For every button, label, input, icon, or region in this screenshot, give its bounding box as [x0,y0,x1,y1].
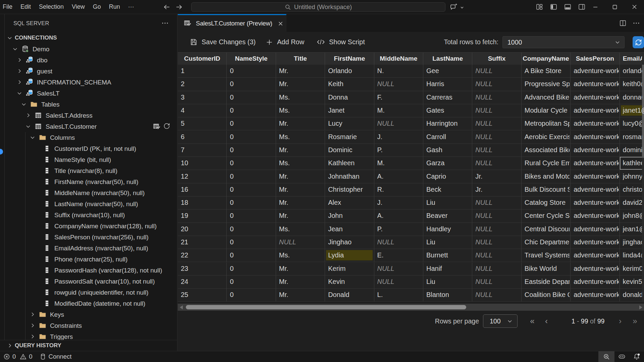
cell-suffix-row23[interactable]: NULL [472,262,521,276]
cell-middlename-row24[interactable]: NULL [374,276,423,289]
cell-middlename-row20[interactable]: P. [374,223,423,236]
cell-namestyle-row21[interactable]: 0 [227,236,276,249]
refresh-icon[interactable] [163,123,171,130]
cell-suffix-row7[interactable]: NULL [472,144,521,157]
cell-emailaddress-row20[interactable]: jean1@adventure-works.com [620,223,644,236]
command-center-search[interactable]: Untitled (Workspace) [191,2,445,12]
cell-middlename-row18[interactable]: J. [374,196,423,209]
toggle-primary-sidebar-icon[interactable] [550,3,557,10]
cell-firstname-row6[interactable]: Rosmarie [325,131,374,144]
cell-companyname-row7[interactable]: Associated Bikes [522,144,571,157]
cell-namestyle-row23[interactable]: 0 [227,262,276,276]
cell-customerid-row1[interactable]: 1 [178,65,227,78]
cell-namestyle-row24[interactable]: 0 [227,276,276,289]
cell-middlename-row1[interactable]: N. [374,65,423,78]
editor-more-actions-button[interactable] [632,19,641,27]
chevron-down-icon[interactable] [30,135,35,140]
cell-firstname-row22[interactable]: Lydia [325,249,374,262]
cell-title-row2[interactable]: Mr. [276,78,325,91]
cell-firstname-row10[interactable]: Kathleen [325,157,374,170]
history-forward-button[interactable] [174,2,184,12]
cell-suffix-row16[interactable]: Jr. [472,183,521,196]
cell-emailaddress-row19[interactable]: john8@adventure-works.com [620,209,644,223]
cell-suffix-row19[interactable]: NULL [472,209,521,223]
cell-middlename-row5[interactable]: NULL [374,117,423,130]
cell-salesperson-row4[interactable]: adventure-works\jillian0 [571,104,620,117]
first-page-button[interactable]: « [527,314,538,328]
tree-item-passwordsalt[interactable]: PasswordSalt (varchar(10), not null) [0,276,177,287]
cell-companyname-row18[interactable]: Catalog Store [522,196,571,209]
cell-title-row10[interactable]: Ms. [276,157,325,170]
cell-middlename-row25[interactable]: L. [374,289,423,302]
tree-item-demo[interactable]: Demo [0,44,177,55]
column-header-title[interactable]: Title [276,53,325,65]
cell-lastname-row4[interactable]: Gates [423,104,472,117]
cell-customerid-row4[interactable]: 4 [178,104,227,117]
cell-companyname-row16[interactable]: Bulk Discount Store [522,183,571,196]
chevron-right-icon[interactable] [30,312,35,317]
cell-companyname-row3[interactable]: Advanced Bike Components [522,91,571,104]
tree-item-suffix[interactable]: Suffix (nvarchar(10), null) [0,209,177,221]
cell-emailaddress-row16[interactable]: christopher1@adventure-works.com [620,183,644,196]
show-script-button[interactable]: Show Script [317,32,365,52]
tree-item-firstname[interactable]: FirstName (nvarchar(50), null) [0,176,177,187]
cell-title-row4[interactable]: Ms. [276,104,325,117]
column-header-salesperson[interactable]: SalesPerson [571,53,620,65]
cell-title-row18[interactable]: Mr. [276,196,325,209]
cell-suffix-row3[interactable]: NULL [472,91,521,104]
cell-title-row22[interactable]: Ms. [276,249,325,262]
cell-customerid-row10[interactable]: 10 [178,157,227,170]
chevron-down-icon[interactable] [12,46,18,52]
chevron-right-icon[interactable] [17,68,22,74]
cell-namestyle-row1[interactable]: 0 [227,65,276,78]
cell-emailaddress-row24[interactable]: kevin5@adventure-works.com [620,276,644,289]
cell-title-row7[interactable]: Mr. [276,144,325,157]
menu-more[interactable]: ··· [124,0,138,14]
cell-suffix-row18[interactable]: NULL [472,196,521,209]
cell-middlename-row23[interactable]: NULL [374,262,423,276]
cell-firstname-row5[interactable]: Lucy [325,117,374,130]
cell-firstname-row3[interactable]: Donna [325,91,374,104]
add-row-button[interactable]: Add Row [266,32,304,52]
cell-lastname-row12[interactable]: Caprio [423,170,472,183]
cell-namestyle-row2[interactable]: 0 [227,78,276,91]
tree-item-modifieddate[interactable]: ModifiedDate (datetime, not null) [0,298,177,309]
chevron-down-icon[interactable] [21,102,26,107]
cell-middlename-row10[interactable]: M. [374,157,423,170]
cell-customerid-row19[interactable]: 19 [178,209,227,223]
cell-middlename-row22[interactable]: E. [374,249,423,262]
fetch-rows-combobox[interactable]: 1000 [502,36,625,48]
cell-customerid-row18[interactable]: 18 [178,196,227,209]
cell-firstname-row20[interactable]: Jean [325,223,374,236]
tree-item-guest[interactable]: guest [0,66,177,77]
tree-item-saleslt[interactable]: SalesLT [0,88,177,99]
cell-title-row12[interactable]: Mr. [276,170,325,183]
cell-middlename-row19[interactable]: A. [374,209,423,223]
copilot-menu-button[interactable] [449,2,464,12]
cell-namestyle-row19[interactable]: 0 [227,209,276,223]
cell-companyname-row20[interactable]: Central Discount Store [522,223,571,236]
copilot-status-item[interactable] [614,351,629,362]
cell-namestyle-row3[interactable]: 0 [227,91,276,104]
cell-companyname-row5[interactable]: Metropolitan Sports Supply [522,117,571,130]
cell-salesperson-row3[interactable]: adventure-works\jillian0 [571,91,620,104]
cell-lastname-row1[interactable]: Gee [423,65,472,78]
cell-salesperson-row21[interactable]: adventure-works\jillian0 [571,236,620,249]
chevron-down-icon[interactable] [17,90,22,96]
cell-title-row1[interactable]: Mr. [276,65,325,78]
cell-middlename-row12[interactable]: A. [374,170,423,183]
cell-firstname-row12[interactable]: Johnathan [325,170,374,183]
cell-salesperson-row22[interactable]: adventure-works\jillian0 [571,249,620,262]
cell-emailaddress-row7[interactable]: dominic0@adventure-works.com [620,144,644,157]
cell-firstname-row23[interactable]: Kerim [325,262,374,276]
cell-companyname-row1[interactable]: A Bike Store [522,65,571,78]
menu-view[interactable]: View [68,0,89,14]
cell-firstname-row24[interactable]: Kevin [325,276,374,289]
cell-salesperson-row24[interactable]: adventure-works\josé1 [571,276,620,289]
cell-suffix-row1[interactable]: NULL [472,65,521,78]
cell-title-row19[interactable]: Mr. [276,209,325,223]
menu-file[interactable]: File [0,0,16,14]
cell-salesperson-row23[interactable]: adventure-works\shu0 [571,262,620,276]
refresh-data-button[interactable] [633,36,644,48]
tree-item-saleslt.customer[interactable]: SalesLT.Customer [0,121,177,132]
